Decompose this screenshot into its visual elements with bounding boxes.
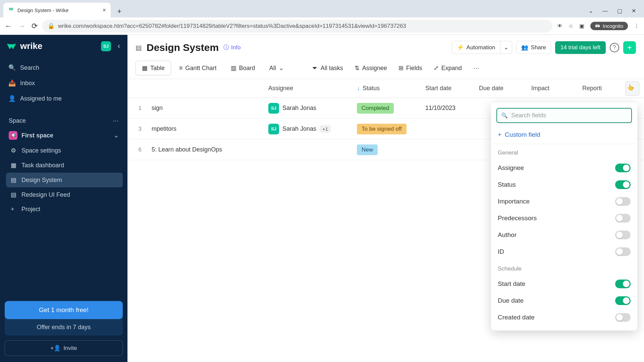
view-tab-gantt[interactable]: ≡ Gantt Chart	[173, 61, 223, 75]
trial-badge[interactable]: 14 trial days left	[555, 41, 606, 54]
col-reporting[interactable]: Reporti	[578, 85, 625, 92]
col-due-date[interactable]: Due date	[475, 85, 527, 92]
invite-button[interactable]: +👤 Invite	[5, 340, 123, 356]
field-toggle[interactable]	[615, 313, 631, 322]
browser-menu-icon[interactable]: ⋮	[634, 23, 639, 29]
gantt-icon: ≡	[179, 65, 183, 72]
collapse-sidebar-icon[interactable]: ‹	[118, 42, 120, 51]
bolt-icon: ⚡	[457, 44, 464, 51]
chevron-down-icon[interactable]: ⌄	[114, 132, 119, 139]
close-window-icon[interactable]: ✕	[632, 8, 636, 14]
url-text: wrike.com/workspace.htm?acc=6250782#fold…	[58, 23, 406, 29]
view-filter-all[interactable]: All ⌄	[263, 61, 290, 75]
user-avatar[interactable]: SJ	[101, 41, 111, 51]
space-menu-icon[interactable]: ⋯	[113, 117, 119, 124]
fields-icon: ⊞	[398, 64, 404, 72]
cell-name[interactable]: 5: Learn about DesignOps	[148, 146, 264, 153]
expand-icon: ⤢	[434, 64, 439, 72]
add-column-button[interactable]: +	[625, 81, 639, 96]
share-button[interactable]: 👥 Share	[516, 41, 551, 54]
search-fields-input-wrap[interactable]: 🔍	[496, 108, 632, 123]
wrike-logo[interactable]: wrike	[7, 41, 43, 51]
cell-status[interactable]: Completed	[353, 103, 421, 114]
bookmark-icon[interactable]: ☆	[569, 23, 573, 29]
field-toggle[interactable]	[615, 180, 631, 189]
sidebar-item-task-dashboard[interactable]: ▦ Task dashboard	[6, 158, 123, 173]
field-toggle[interactable]	[615, 164, 631, 172]
main-content: ▤ Design System ⓘ Info ⚡ Automation ⌄ 👥 …	[127, 35, 644, 362]
browser-tab[interactable]: Design System - Wrike ×	[3, 3, 111, 17]
cell-name[interactable]: mpetitors	[148, 125, 264, 132]
sidebar-assigned[interactable]: 👤 Assigned to me	[5, 91, 123, 106]
tracking-icon[interactable]: 👁	[557, 23, 562, 29]
sidebar-search[interactable]: 🔍 Search	[5, 60, 123, 75]
sidebar-item-design-system[interactable]: ▤ Design System	[6, 173, 123, 187]
close-tab-icon[interactable]: ×	[102, 7, 106, 14]
field-toggle[interactable]	[615, 214, 631, 223]
space-first[interactable]: 📢 First space ⌄	[5, 128, 123, 143]
sidebar-item-redesign-ui[interactable]: ▤ Redesign UI Feed	[6, 187, 123, 202]
promo-button[interactable]: Get 1 month free!	[5, 301, 123, 319]
view-tab-board[interactable]: ▥ Board	[225, 61, 261, 75]
field-row: Created date	[491, 309, 637, 326]
search-fields-input[interactable]	[511, 112, 627, 119]
window-controls: ⌄ — ▢ ✕	[589, 8, 644, 14]
col-impact[interactable]: Impact	[527, 85, 578, 92]
reload-icon[interactable]: ⟳	[32, 22, 38, 31]
cell-assignee[interactable]: SJSarah Jonas	[264, 103, 353, 114]
field-toggle[interactable]	[615, 231, 631, 239]
sidebar: wrike SJ ‹ 🔍 Search 📥 Inbox 👤 Assigned t…	[0, 35, 127, 362]
maximize-icon[interactable]: ▢	[617, 8, 622, 14]
more-assignees-badge[interactable]: +1	[320, 125, 331, 133]
cell-start-date[interactable]: 11/10/2023	[421, 105, 475, 112]
status-pill: To be signed off	[357, 124, 407, 134]
field-toggle[interactable]	[615, 296, 631, 305]
cell-assignee[interactable]: SJSarah Jonas+1	[264, 124, 353, 134]
sidebar-inbox[interactable]: 📥 Inbox	[5, 75, 123, 91]
field-toggle[interactable]	[615, 197, 631, 206]
folder-icon: ▤	[11, 191, 17, 198]
minimize-icon[interactable]: —	[602, 8, 608, 14]
field-label: Assignee	[498, 164, 524, 172]
general-section-label: General	[491, 144, 637, 160]
table-area: Assignee ↓ Status Start date Due date Im…	[127, 79, 644, 362]
sidebar-item-space-settings[interactable]: ⚙ Space settings	[6, 143, 123, 158]
create-button[interactable]: +	[623, 41, 636, 54]
col-start-date[interactable]: Start date	[421, 85, 475, 92]
cell-status[interactable]: New	[353, 144, 421, 155]
panel-icon[interactable]: ▣	[579, 23, 584, 29]
chevron-down-icon: ⌄	[279, 64, 284, 72]
tab-dropdown-icon[interactable]: ⌄	[589, 8, 593, 14]
field-toggle[interactable]	[615, 247, 631, 256]
filter-all-tasks[interactable]: ⏷ All tasks	[307, 61, 348, 75]
custom-field-button[interactable]: + Custom field	[491, 126, 637, 144]
more-menu[interactable]: ⋯	[469, 61, 484, 75]
search-icon: 🔍	[9, 64, 15, 71]
fields-button[interactable]: ⊞ Fields	[394, 61, 427, 75]
field-row: ID	[491, 243, 637, 260]
sidebar-add-project[interactable]: + Project	[6, 202, 123, 217]
incognito-badge[interactable]: 🕶 Incognito	[590, 22, 628, 30]
new-tab-button[interactable]: +	[113, 5, 125, 17]
browser-toolbar: ← → ⟳ 🔒 wrike.com/workspace.htm?acc=6250…	[0, 17, 644, 35]
cell-status[interactable]: To be signed off	[353, 124, 421, 134]
col-assignee[interactable]: Assignee	[264, 85, 353, 92]
view-tab-table[interactable]: ▦ Table	[136, 61, 171, 75]
sort-assignee[interactable]: ⇅ Assignee	[350, 61, 392, 75]
col-status[interactable]: ↓ Status	[353, 85, 421, 92]
automation-button[interactable]: ⚡ Automation	[452, 41, 500, 54]
cell-name[interactable]: sign	[148, 105, 264, 112]
back-icon[interactable]: ←	[5, 22, 12, 31]
field-row: Predecessors	[491, 210, 637, 227]
field-toggle[interactable]	[615, 280, 631, 288]
address-bar[interactable]: 🔒 wrike.com/workspace.htm?acc=6250782#fo…	[42, 20, 552, 33]
help-icon[interactable]: ?	[610, 43, 619, 52]
browser-tab-strip: Design System - Wrike × + ⌄ — ▢ ✕	[0, 0, 644, 17]
user-icon: 👤	[9, 95, 15, 102]
info-link[interactable]: ⓘ Info	[223, 44, 240, 51]
field-label: Created date	[498, 314, 535, 321]
assignee-avatar: SJ	[268, 103, 279, 114]
expand-button[interactable]: ⤢ Expand	[429, 61, 467, 75]
table-header: Assignee ↓ Status Start date Due date Im…	[127, 79, 644, 98]
automation-dropdown[interactable]: ⌄	[500, 41, 512, 54]
